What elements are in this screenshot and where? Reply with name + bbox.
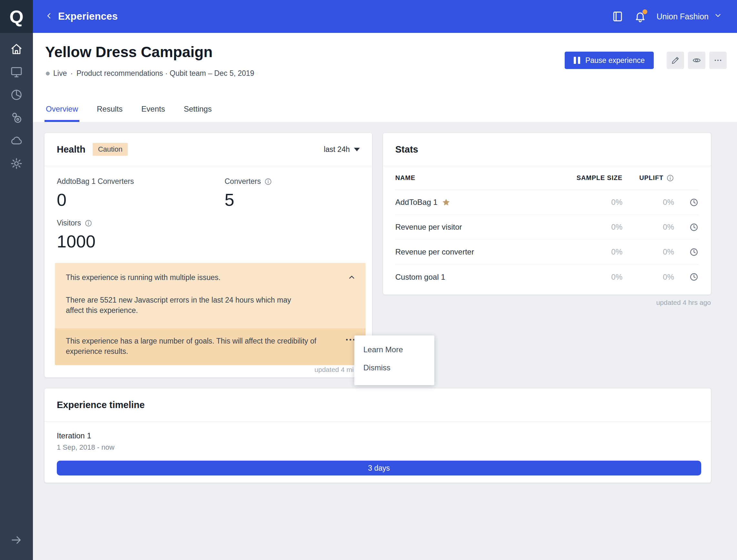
stats-table-header: NAME SAMPLE SIZE UPLIFT bbox=[395, 166, 699, 190]
more-options-icon[interactable] bbox=[709, 52, 727, 69]
table-row: Revenue per visitor 0% 0% bbox=[395, 215, 699, 240]
goal-name: Revenue per visitor bbox=[395, 223, 462, 232]
sample-size-value: 0% bbox=[548, 273, 623, 282]
metric-value: 0 bbox=[57, 190, 224, 210]
health-metrics: AddtoBag 1 Converters 0 Visitors 1000 Co… bbox=[45, 166, 372, 262]
iteration-name: Iteration 1 bbox=[57, 431, 701, 440]
back-chevron-icon bbox=[45, 12, 53, 21]
history-clock-icon[interactable] bbox=[689, 247, 699, 257]
iteration-duration-bar[interactable]: 3 days bbox=[57, 461, 701, 475]
column-uplift: UPLIFT bbox=[623, 174, 674, 182]
account-menu[interactable]: Union Fashion bbox=[657, 11, 722, 22]
header-actions: Pause experience bbox=[565, 52, 727, 69]
home-icon[interactable] bbox=[10, 43, 23, 55]
stats-updated-label: updated 4 hrs ago bbox=[383, 299, 711, 306]
edit-pencil-icon[interactable] bbox=[667, 52, 684, 69]
stats-card-header: Stats bbox=[383, 133, 711, 166]
page-header: Yellow Dress Campaign Live · Product rec… bbox=[33, 33, 737, 122]
collapse-arrow-right-icon[interactable] bbox=[10, 534, 23, 546]
sample-size-value: 0% bbox=[548, 223, 623, 232]
qubit-logo[interactable]: Q bbox=[0, 0, 33, 33]
history-clock-icon[interactable] bbox=[689, 272, 699, 282]
history-clock-icon[interactable] bbox=[689, 198, 699, 207]
topbar: Q Experiences Union Fashion bbox=[0, 0, 737, 33]
duration-label: 3 days bbox=[368, 464, 390, 473]
timeline-body: Iteration 1 1 Sep, 2018 - now 3 days bbox=[45, 422, 711, 475]
table-row: Custom goal 1 0% 0% bbox=[395, 265, 699, 289]
screen-icon[interactable] bbox=[10, 65, 23, 78]
alert-goal-text: This experience has a large number of go… bbox=[66, 336, 321, 356]
status-separator: · bbox=[70, 69, 73, 78]
tab-bar: Overview Results Events Settings bbox=[46, 105, 212, 122]
history-clock-icon[interactable] bbox=[689, 223, 699, 232]
sidebar bbox=[0, 33, 33, 560]
time-range-select[interactable]: last 24h bbox=[324, 145, 360, 154]
pie-chart-icon[interactable] bbox=[10, 88, 23, 101]
pause-button-label: Pause experience bbox=[585, 56, 645, 65]
info-icon[interactable] bbox=[666, 174, 674, 182]
logo-letter: Q bbox=[9, 6, 24, 27]
back-to-experiences[interactable]: Experiences bbox=[45, 11, 118, 22]
tab-overview[interactable]: Overview bbox=[46, 105, 78, 122]
metric-converters: Converters 5 bbox=[224, 177, 360, 260]
menu-item-dismiss[interactable]: Dismiss bbox=[354, 359, 434, 377]
stats-card: Stats NAME SAMPLE SIZE UPLIFT AddToBag 1 bbox=[383, 133, 711, 295]
chevron-down-icon bbox=[714, 11, 722, 22]
info-icon[interactable] bbox=[264, 178, 272, 185]
sample-size-value: 0% bbox=[548, 198, 623, 207]
timeline-title: Experience timeline bbox=[57, 400, 144, 410]
metric-label: AddtoBag 1 Converters bbox=[57, 177, 134, 186]
notifications-bell-icon[interactable] bbox=[634, 10, 646, 23]
health-alert: This experience is running with multiple… bbox=[55, 263, 365, 365]
health-card: Health Caution last 24h AddtoBag 1 Conve… bbox=[45, 133, 372, 377]
topbar-right: Union Fashion bbox=[612, 10, 737, 23]
table-row: AddToBag 1 0% 0% bbox=[395, 190, 699, 215]
timeline-card: Experience timeline Iteration 1 1 Sep, 2… bbox=[45, 388, 711, 483]
health-updated-label: updated 4 mi bbox=[45, 366, 353, 374]
tab-events[interactable]: Events bbox=[141, 105, 165, 122]
pause-experience-button[interactable]: Pause experience bbox=[565, 52, 654, 69]
tab-results[interactable]: Results bbox=[97, 105, 123, 122]
topbar-title: Experiences bbox=[58, 11, 118, 22]
pause-icon bbox=[574, 57, 580, 64]
iteration-date-range: 1 Sep, 2018 - now bbox=[57, 443, 701, 452]
time-range-value: last 24h bbox=[324, 145, 350, 154]
cloud-icon[interactable] bbox=[10, 134, 23, 147]
alert-detail: There are 5521 new Javascript errors in … bbox=[55, 283, 323, 328]
health-card-header: Health Caution last 24h bbox=[45, 133, 372, 166]
column-sample-size: SAMPLE SIZE bbox=[548, 174, 623, 182]
settings-gear-icon[interactable] bbox=[10, 157, 23, 170]
collapse-chevron-up-icon[interactable] bbox=[347, 273, 356, 283]
goal-name: Custom goal 1 bbox=[395, 273, 445, 282]
goal-name: Revenue per converter bbox=[395, 247, 474, 256]
preview-eye-icon[interactable] bbox=[688, 52, 705, 69]
alert-options-popup: Learn More Dismiss bbox=[354, 335, 434, 385]
table-row: Revenue per converter 0% 0% bbox=[395, 240, 699, 265]
sample-size-value: 0% bbox=[548, 247, 623, 256]
uplift-value: 0% bbox=[623, 273, 674, 282]
segments-icon[interactable] bbox=[10, 111, 23, 124]
alert-goal-strip: This experience has a large number of go… bbox=[55, 328, 365, 365]
notification-dot bbox=[642, 9, 647, 14]
metric-label: Converters bbox=[224, 177, 261, 186]
alert-summary: This experience is running with multiple… bbox=[66, 273, 220, 282]
uplift-value: 0% bbox=[623, 198, 674, 207]
caution-badge: Caution bbox=[93, 143, 128, 156]
metric-value: 1000 bbox=[57, 231, 224, 251]
metric-addtobag-converters: AddtoBag 1 Converters 0 Visitors 1000 bbox=[57, 177, 224, 260]
stats-table: NAME SAMPLE SIZE UPLIFT AddToBag 1 0% bbox=[383, 166, 711, 295]
uplift-value: 0% bbox=[623, 223, 674, 232]
caret-down-icon bbox=[354, 148, 360, 151]
info-icon[interactable] bbox=[85, 219, 92, 227]
metric-label: Visitors bbox=[57, 219, 81, 227]
docs-book-icon[interactable] bbox=[612, 10, 624, 23]
menu-item-learn-more[interactable]: Learn More bbox=[354, 341, 434, 359]
column-name: NAME bbox=[395, 174, 548, 182]
tab-settings[interactable]: Settings bbox=[184, 105, 212, 122]
timeline-card-header: Experience timeline bbox=[45, 388, 711, 422]
app-screen: Q Experiences Union Fashion bbox=[0, 0, 737, 560]
health-title: Health bbox=[57, 144, 85, 155]
uplift-value: 0% bbox=[623, 247, 674, 256]
page-title: Yellow Dress Campaign bbox=[45, 43, 213, 61]
status-label: Live bbox=[53, 69, 67, 78]
